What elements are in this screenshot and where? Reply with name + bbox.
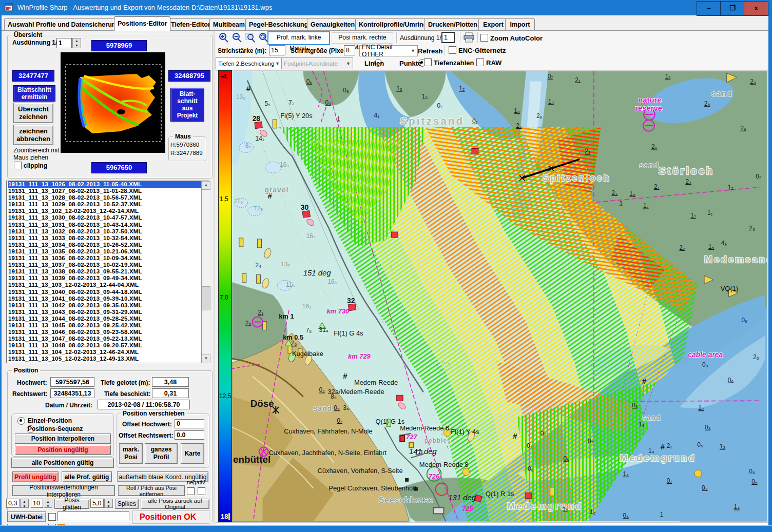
refresh-button[interactable]: Refresh xyxy=(418,47,442,55)
list-item[interactable]: 19131_111_13_1033_08-02-2013_10-32-54.XM… xyxy=(8,235,209,242)
list-item[interactable]: 19131_111_13_1031_08-02-2013_10-43-14.XM… xyxy=(8,222,209,228)
rollpitch-button[interactable]: Roll / Pitch aus Posi entfernen xyxy=(118,485,185,496)
overview-thin-spinner[interactable]: ▲▼ xyxy=(72,38,81,48)
tab-tiefen-editor[interactable]: Tiefen-Editor xyxy=(167,18,213,30)
datum-field[interactable] xyxy=(98,400,190,409)
uwh-checkbox[interactable] xyxy=(48,513,56,521)
list-item[interactable]: 19131_111_13_1040_08-02-2013_09-44-18.XM… xyxy=(8,289,209,295)
tab-pegel[interactable]: Pegel-Beschickung xyxy=(245,18,310,30)
ganzes-profil-button[interactable]: ganzes Profil xyxy=(145,443,178,464)
beschickt-field[interactable] xyxy=(152,388,189,398)
list-item[interactable]: 19131_111_13_1026_08-02-2013_11-05-40.XM… xyxy=(8,181,209,188)
negativ-checkbox-1[interactable] xyxy=(187,487,195,495)
offset-rechtswert-field[interactable] xyxy=(175,430,204,440)
list-item[interactable]: 19131_111_13_1028_08-02-2013_10-56-57.XM… xyxy=(8,194,209,201)
uebersicht-zeichnen-button[interactable]: Übersicht zeichnen xyxy=(13,103,53,123)
list-item[interactable]: 19131_111_13_1044_08-02-2013_09-28-25.XM… xyxy=(8,316,209,322)
spikes-button[interactable]: Spikes xyxy=(115,499,139,509)
clipping-checkbox[interactable] xyxy=(14,162,22,169)
negativ-checkbox-2[interactable] xyxy=(198,487,205,495)
maximize-button[interactable]: ❐ xyxy=(720,1,745,16)
raw-checkbox[interactable] xyxy=(476,58,484,66)
glatt1-spinner[interactable]: ▲▼ xyxy=(20,499,29,508)
list-item[interactable]: 19131_111_13_1047_08-02-2013_09-22-13.XM… xyxy=(8,336,209,342)
scroll-thumb[interactable] xyxy=(202,286,210,310)
list-item[interactable]: 19131_111_13_102_12-02-2013_12-42-14.XML xyxy=(8,208,209,214)
rechtswert-field[interactable] xyxy=(50,388,94,398)
zoom-reset-icon[interactable] xyxy=(260,33,268,42)
strichstaerke-input[interactable] xyxy=(269,45,285,55)
minimize-button[interactable]: – xyxy=(697,1,721,16)
list-item[interactable]: 19131_111_13_104_12-02-2013_12-46-24.XML xyxy=(8,349,209,356)
scroll-down-arrow[interactable]: ▼ xyxy=(202,354,210,363)
zoom-in-icon[interactable] xyxy=(220,33,228,42)
list-item[interactable]: 19131_111_13_1046_08-02-2013_09-23-58.XM… xyxy=(8,329,209,336)
close-button[interactable]: x xyxy=(744,1,768,16)
list-item[interactable]: 19131_111_13_103_12-02-2013_12-44-04.XML xyxy=(8,282,209,288)
zoom-out-icon[interactable] xyxy=(233,33,241,42)
overview-thin-input[interactable] xyxy=(56,38,72,48)
einzel-position-radio[interactable] xyxy=(17,417,25,425)
gelotet-field[interactable] xyxy=(152,377,189,387)
wiederholungen-button[interactable]: Positionswiederholungen interpolieren xyxy=(12,485,115,496)
tiefen-dropdown[interactable]: Tiefen 2.Beschickung▼ xyxy=(216,57,282,69)
spikes-spinner[interactable]: ▲▼ xyxy=(104,499,113,508)
tab-multibeam[interactable]: Multibeam xyxy=(209,18,248,30)
chart-canvas[interactable]: ### ### Spitzsand Störloch Spitzenloch M… xyxy=(232,70,767,522)
tab-import[interactable]: Import xyxy=(505,18,535,30)
list-item[interactable]: 19131_111_13_105_12-02-2013_12-49-13.XML xyxy=(8,356,209,362)
enc-detail-dropdown[interactable]: ENC Detail OTHER▼ xyxy=(359,45,418,56)
tab-positions-editor[interactable]: Positions-Editor xyxy=(114,16,170,31)
uwh-datei-button[interactable]: UWH-Datei xyxy=(7,511,46,522)
zoom-autocolor-checkbox[interactable] xyxy=(480,34,488,42)
schriftgroesse-input[interactable] xyxy=(344,45,355,55)
uwh-path-field[interactable] xyxy=(57,511,129,521)
list-item[interactable]: 19131_111_13_1034_08-02-2013_10-26-52.XM… xyxy=(8,242,209,248)
list-item[interactable]: 19131_111_13_1027_08-02-2013_11-01-28.XM… xyxy=(8,188,209,194)
list-item[interactable]: 19131_111_13_1032_08-02-2013_10-37-50.XM… xyxy=(8,228,209,235)
list-item[interactable]: 19131_111_13_1048_08-02-2013_09-20-57.XM… xyxy=(8,342,209,349)
glatt2-spinner[interactable]: ▲▼ xyxy=(44,499,52,508)
alle-prof-gueltig-button[interactable]: alle Prof. gültig xyxy=(62,471,112,482)
list-item[interactable]: 19131_111_13_1029_08-02-2013_10-52-37.XM… xyxy=(8,201,209,208)
list-item[interactable]: 19131_111_13_1039_08-02-2013_09-49-34.XM… xyxy=(8,275,209,282)
title-bar[interactable]: WinProfile Sharp - Auswertung und Export… xyxy=(0,0,772,15)
tab-auswahl[interactable]: Auswahl Profile und Datensicherung xyxy=(4,18,118,30)
offset-hochwert-field[interactable] xyxy=(175,419,204,428)
position-ungueltig-button[interactable]: Position ungültig xyxy=(15,445,111,455)
list-item[interactable]: 19131_111_13_1036_08-02-2013_10-09-34.XM… xyxy=(8,255,209,262)
glatt2-field[interactable] xyxy=(31,499,43,508)
list-item[interactable]: 19131_111_13_1035_08-02-2013_10-21-06.XM… xyxy=(8,248,209,255)
list-item[interactable]: 19131_111_13_1038_08-02-2013_09-55-21.XM… xyxy=(8,268,209,275)
file-list-scrollbar[interactable]: ▲ ▼ xyxy=(201,181,210,363)
tab-export[interactable]: Export xyxy=(478,18,508,30)
tab-genauigkeiten[interactable]: Genauigkeiten xyxy=(307,18,358,30)
posis-glaetten-button[interactable]: Posis glätten xyxy=(54,499,89,509)
list-item[interactable]: 19131_111_13_1042_08-02-2013_09-35-03.XM… xyxy=(8,302,209,309)
zoom-region-icon[interactable] xyxy=(245,33,255,42)
hochwert-field[interactable] xyxy=(50,377,94,387)
list-item[interactable]: 19131_111_13_1041_08-02-2013_09-39-10.XM… xyxy=(8,295,209,302)
blattschnitt-aus-projekt-button[interactable]: Blatt- schnitt aus Projekt xyxy=(170,88,204,122)
mark-posi-button[interactable]: mark. Posi xyxy=(119,443,143,464)
tab-drucken[interactable]: Drucken/Plotten xyxy=(424,18,481,30)
posis-zurueck-button[interactable]: alle Posis zurück auf Original xyxy=(141,499,209,509)
overview-map[interactable] xyxy=(61,52,165,153)
list-item[interactable]: 19131_111_13_1043_08-02-2013_09-31-29.XM… xyxy=(8,309,209,316)
spikes-field[interactable] xyxy=(90,499,104,508)
karte-button[interactable]: Karte xyxy=(181,443,204,464)
print-icon[interactable] xyxy=(464,32,475,43)
enc-gitternetz-checkbox[interactable] xyxy=(449,46,456,54)
alle-positionen-gueltig-button[interactable]: alle Positionen gültig xyxy=(11,458,114,468)
posi-mark-button[interactable]: Posi mark. rechte Maust. xyxy=(332,32,393,44)
toolbar-thin-input[interactable] xyxy=(441,32,455,43)
list-item[interactable]: 19131_111_13_1037_08-02-2013_10-02-19.XM… xyxy=(8,262,209,268)
zeichnen-abbrechen-button[interactable]: zeichnen abbrechen xyxy=(13,125,53,145)
tab-kontrollprofile[interactable]: Kontrollprofile/Umring xyxy=(355,18,427,30)
blattschnitt-ermitteln-button[interactable]: Blattschnitt ermitteln xyxy=(13,85,55,102)
glatt1-field[interactable] xyxy=(6,499,20,508)
list-item[interactable]: 19131_111_13_1030_08-02-2013_10-47-57.XM… xyxy=(8,214,209,221)
list-item[interactable]: 19131_111_13_1045_08-02-2013_09-25-42.XM… xyxy=(8,322,209,329)
profile-file-list[interactable]: 19131_111_13_1026_08-02-2013_11-05-40.XM… xyxy=(6,181,209,363)
profil-ungueltig-button[interactable]: Profil ungültig xyxy=(12,471,59,482)
